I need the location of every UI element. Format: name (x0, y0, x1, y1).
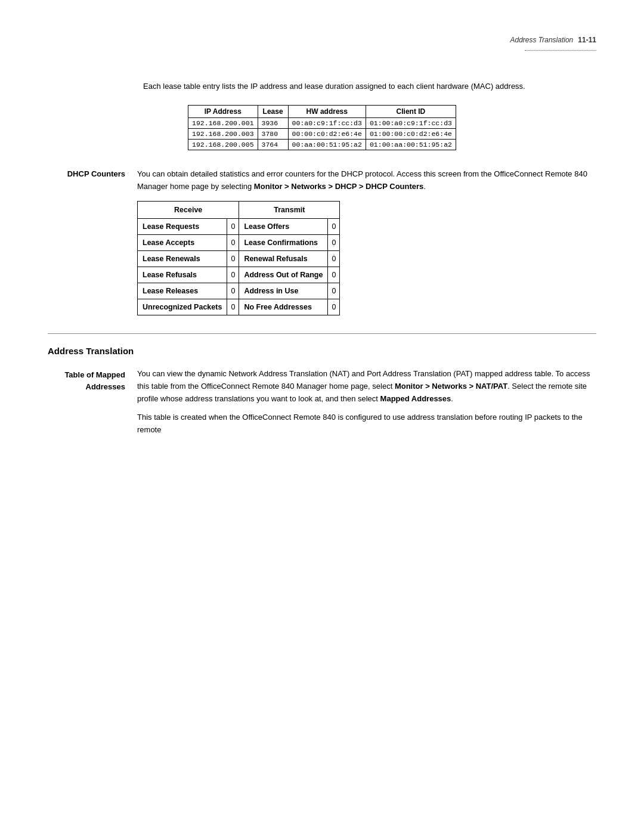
dhcp-receive-label: Lease Accepts (138, 235, 227, 251)
dhcp-counter-row: Lease Refusals0Address Out of Range0 (138, 267, 340, 283)
address-translation-heading: Address Translation (48, 346, 134, 356)
mapped-text3: . (451, 394, 453, 403)
mapped-label: Table of Mapped Addresses (48, 368, 125, 441)
page-container: Address Translation 11-11 Each lease tab… (0, 0, 644, 833)
dhcp-transmit-label: Lease Confirmations (239, 235, 328, 251)
lease-table-header-ip: IP Address (188, 105, 258, 117)
lease-table-cell: 192.168.200.003 (188, 128, 258, 139)
lease-table: IP Address Lease HW address Client ID 19… (188, 105, 456, 150)
reference-text: Address Translation (510, 36, 573, 44)
dhcp-transmit-label: Lease Offers (239, 219, 328, 235)
dhcp-bold-path: Monitor > Networks > DHCP > DHCP Counter… (254, 182, 424, 191)
lease-table-header-lease: Lease (258, 105, 288, 117)
intro-paragraph: Each lease table entry lists the IP addr… (143, 80, 572, 93)
mapped-label-line2: Addresses (48, 381, 125, 393)
dhcp-transmit-label: No Free Addresses (239, 299, 328, 315)
dhcp-end-text: . (423, 182, 426, 191)
content-area: Each lease table entry lists the IP addr… (0, 69, 644, 476)
dhcp-counters-table: Receive Transmit Lease Requests0Lease Of… (137, 201, 340, 315)
dhcp-transmit-val: 0 (328, 299, 340, 315)
lease-table-cell: 3764 (258, 139, 288, 150)
dhcp-transmit-val: 0 (328, 235, 340, 251)
mapped-content: You can view the dynamic Network Address… (137, 368, 596, 441)
dhcp-counter-row: Unrecognized Packets0No Free Addresses0 (138, 299, 340, 315)
dhcp-transmit-label: Address Out of Range (239, 267, 328, 283)
lease-table-cell: 00:aa:00:51:95:a2 (288, 139, 366, 150)
dhcp-receive-label: Lease Releases (138, 283, 227, 299)
mapped-bold2: Mapped Addresses (380, 394, 451, 403)
mapped-label-line1: Table of Mapped (48, 369, 125, 381)
dhcp-intro-para: You can obtain detailed statistics and e… (137, 168, 596, 193)
dhcp-receive-val: 0 (227, 283, 239, 299)
dhcp-label: DHCP Counters (48, 168, 125, 316)
dhcp-counter-row: Lease Renewals0Renewal Refusals0 (138, 251, 340, 267)
lease-table-cell: 00:a0:c9:1f:cc:d3 (288, 117, 366, 128)
dhcp-transmit-label: Address in Use (239, 283, 328, 299)
dhcp-receive-val: 0 (227, 219, 239, 235)
header-dotted-rule (525, 50, 596, 51)
dhcp-section: DHCP Counters You can obtain detailed st… (48, 168, 596, 316)
dhcp-receive-val: 0 (227, 267, 239, 283)
dhcp-receive-label: Lease Requests (138, 219, 227, 235)
dhcp-receive-val: 0 (227, 235, 239, 251)
dhcp-content: You can obtain detailed statistics and e… (137, 168, 596, 316)
dhcp-table-wrapper: Receive Transmit Lease Requests0Lease Of… (137, 201, 596, 315)
mapped-para2: This table is created when the OfficeCon… (137, 411, 596, 436)
dhcp-receive-val: 0 (227, 299, 239, 315)
lease-table-header-hw: HW address (288, 105, 366, 117)
lease-table-cell: 01:00:00:c0:d2:e6:4e (366, 128, 456, 139)
lease-table-cell: 3936 (258, 117, 288, 128)
dhcp-transmit-header: Transmit (239, 202, 340, 219)
dhcp-transmit-val: 0 (328, 219, 340, 235)
dhcp-transmit-val: 0 (328, 267, 340, 283)
lease-table-cell: 192.168.200.005 (188, 139, 258, 150)
dhcp-transmit-val: 0 (328, 251, 340, 267)
dhcp-receive-label: Lease Refusals (138, 267, 227, 283)
dhcp-transmit-label: Renewal Refusals (239, 251, 328, 267)
mapped-bold1: Monitor > Networks > NAT/PAT (395, 382, 507, 391)
lease-table-cell: 3780 (258, 128, 288, 139)
lease-table-cell: 01:00:aa:00:51:95:a2 (366, 139, 456, 150)
lease-table-cell: 192.168.200.001 (188, 117, 258, 128)
lease-table-row: 192.168.200.001393600:a0:c9:1f:cc:d301:0… (188, 117, 456, 128)
dhcp-receive-label: Unrecognized Packets (138, 299, 227, 315)
dhcp-counter-row: Lease Requests0Lease Offers0 (138, 219, 340, 235)
dhcp-receive-label: Lease Renewals (138, 251, 227, 267)
lease-table-header-client: Client ID (366, 105, 456, 117)
lease-table-wrapper: IP Address Lease HW address Client ID 19… (48, 105, 596, 150)
lease-table-cell: 00:00:c0:d2:e6:4e (288, 128, 366, 139)
lease-table-cell: 01:00:a0:c9:1f:cc:d3 (366, 117, 456, 128)
page-number: 11-11 (578, 36, 596, 44)
dhcp-transmit-val: 0 (328, 283, 340, 299)
dhcp-counter-row: Lease Accepts0Lease Confirmations0 (138, 235, 340, 251)
mapped-para1: You can view the dynamic Network Address… (137, 368, 596, 405)
dhcp-receive-header: Receive (138, 202, 239, 219)
mapped-addresses-section: Table of Mapped Addresses You can view t… (48, 368, 596, 441)
lease-table-row: 192.168.200.003378000:00:c0:d2:e6:4e01:0… (188, 128, 456, 139)
section-divider (48, 333, 596, 334)
page-header: Address Translation 11-11 (0, 0, 644, 50)
lease-table-row: 192.168.200.005376400:aa:00:51:95:a201:0… (188, 139, 456, 150)
dhcp-counter-row: Lease Releases0Address in Use0 (138, 283, 340, 299)
address-translation-title: Address Translation (48, 346, 596, 356)
page-reference: Address Translation 11-11 (510, 36, 596, 44)
dhcp-receive-val: 0 (227, 251, 239, 267)
